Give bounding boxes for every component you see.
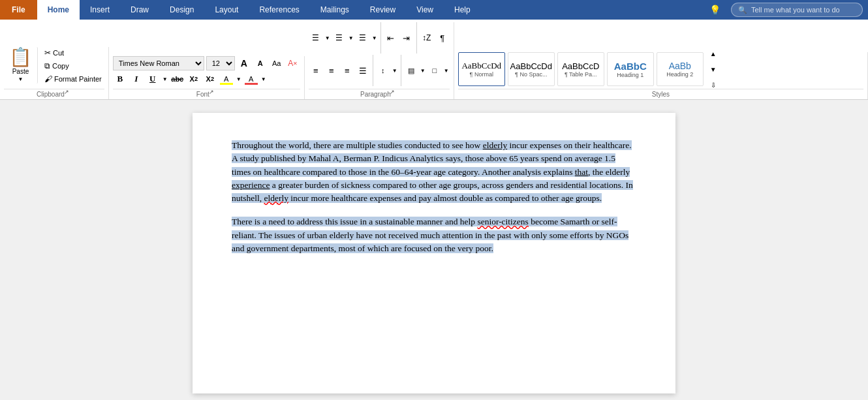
format-painter-label: Format Painter bbox=[54, 75, 102, 83]
font-group-label: Font ↗ bbox=[113, 89, 300, 99]
tab-layout[interactable]: Layout bbox=[204, 0, 249, 20]
style-normal[interactable]: AaBbCcDd ¶ Normal bbox=[458, 52, 505, 86]
clipboard-group-label: Clipboard ↗ bbox=[4, 89, 104, 99]
tab-view[interactable]: View bbox=[406, 0, 444, 20]
document-page: Throughout the world, there are multiple… bbox=[193, 113, 675, 393]
change-case-button[interactable]: Aa bbox=[270, 56, 284, 70]
tab-insert[interactable]: Insert bbox=[80, 0, 120, 20]
font-shrink-button[interactable]: A bbox=[253, 56, 268, 70]
tab-references[interactable]: References bbox=[249, 0, 309, 20]
style-normal-label: ¶ Normal bbox=[470, 71, 493, 78]
sort-button[interactable]: ↕Z bbox=[420, 31, 434, 45]
line-spacing-button[interactable]: ↕ bbox=[376, 63, 390, 78]
numbering-button[interactable]: ☰ bbox=[332, 31, 347, 45]
style-no-spacing[interactable]: AaBbCcDd ¶ No Spac... bbox=[508, 52, 555, 86]
font-group-content: Times New Roman 12 A A Aa A✕ B I U ▼ bbox=[113, 56, 300, 89]
tab-bar: File Home Insert Draw Design Layout Refe… bbox=[0, 0, 868, 20]
justify-button[interactable]: ☰ bbox=[356, 63, 370, 78]
styles-group-content: AaBbCcDd ¶ Normal AaBbCcDd ¶ No Spac... … bbox=[458, 52, 863, 89]
cut-icon: ✂ bbox=[44, 48, 51, 57]
tab-design[interactable]: Design bbox=[159, 0, 204, 20]
paste-dropdown-icon[interactable]: ▼ bbox=[18, 76, 23, 82]
paste-button[interactable]: 📋 Paste ▼ bbox=[4, 47, 38, 84]
styles-nav: ▲ ▼ ⇩ bbox=[706, 46, 721, 92]
document-area: Throughout the world, there are multiple… bbox=[0, 100, 868, 400]
clipboard-right: ✂ Cut ⧉ Copy 🖌 Format Painter bbox=[42, 47, 104, 86]
tell-me-input[interactable] bbox=[751, 6, 856, 14]
align-center-button[interactable]: ≡ bbox=[324, 63, 339, 78]
font-row2: B I U ▼ abc X2 X2 A ▼ A ▼ bbox=[113, 72, 300, 86]
tab-file[interactable]: File bbox=[0, 0, 37, 20]
style-nospacing-preview: AaBbCcDd bbox=[510, 61, 552, 71]
show-marks-button[interactable]: ¶ bbox=[435, 31, 450, 45]
superscript-button[interactable]: X2 bbox=[203, 72, 217, 86]
para-row2: ≡ ≡ ≡ ☰ ↕ ▼ ▤ ▼ □ ▼ bbox=[309, 55, 450, 86]
paragraph-expander[interactable]: ↗ bbox=[390, 89, 395, 95]
strikethrough-button[interactable]: abc bbox=[170, 72, 185, 86]
tell-me-box[interactable]: 🔍 bbox=[731, 3, 863, 17]
copy-label: Copy bbox=[52, 62, 69, 70]
format-painter-icon: 🖌 bbox=[44, 74, 52, 84]
text-highlight-button[interactable]: A bbox=[219, 72, 234, 86]
tab-help[interactable]: Help bbox=[444, 0, 481, 20]
bullets-button[interactable]: ☰ bbox=[309, 31, 323, 45]
tab-draw[interactable]: Draw bbox=[120, 0, 159, 20]
para-divider2 bbox=[416, 22, 417, 54]
para-group-content: ☰ ▼ ☰ ▼ ☰ ▼ ⇤ ⇥ ↕Z ¶ ≡ ≡ ≡ ☰ bbox=[309, 22, 450, 89]
style-nospacing-label: ¶ No Spac... bbox=[515, 71, 547, 78]
clipboard-expander[interactable]: ↗ bbox=[64, 89, 69, 95]
clear-formatting-button[interactable]: A✕ bbox=[286, 56, 300, 70]
highlight-dropdown[interactable]: ▼ bbox=[236, 72, 242, 86]
font-color-button[interactable]: A bbox=[244, 72, 258, 86]
shading-button[interactable]: ▤ bbox=[404, 63, 418, 78]
borders-dropdown[interactable]: ▼ bbox=[443, 63, 450, 78]
shading-dropdown[interactable]: ▼ bbox=[420, 63, 426, 78]
styles-up-button[interactable]: ▲ bbox=[706, 46, 721, 61]
italic-button[interactable]: I bbox=[129, 72, 144, 86]
cut-button[interactable]: ✂ Cut bbox=[42, 47, 104, 59]
subscript-button[interactable]: X2 bbox=[187, 72, 201, 86]
style-heading2[interactable]: AaBb Heading 2 bbox=[657, 52, 704, 86]
line-spacing-dropdown[interactable]: ▼ bbox=[392, 63, 398, 78]
tab-home[interactable]: Home bbox=[37, 0, 80, 20]
paragraph-group: ☰ ▼ ☰ ▼ ☰ ▼ ⇤ ⇥ ↕Z ¶ ≡ ≡ ≡ ☰ bbox=[305, 22, 454, 99]
style-table-para[interactable]: AaBbCcD ¶ Table Pa... bbox=[557, 52, 604, 86]
bold-button[interactable]: B bbox=[113, 72, 127, 86]
style-normal-preview: AaBbCcDd bbox=[461, 61, 501, 71]
word-elderly-2: elderly bbox=[264, 193, 288, 203]
format-painter-button[interactable]: 🖌 Format Painter bbox=[42, 73, 104, 85]
ribbon-container: File Home Insert Draw Design Layout Refe… bbox=[0, 0, 868, 100]
paragraph-group-label: Paragraph ↗ bbox=[309, 89, 450, 99]
document-scroll[interactable]: Throughout the world, there are multiple… bbox=[0, 100, 868, 400]
style-tablepara-label: ¶ Table Pa... bbox=[565, 71, 597, 78]
underline-dropdown[interactable]: ▼ bbox=[162, 72, 168, 86]
lightbulb-icon: 💡 bbox=[699, 0, 731, 20]
copy-button[interactable]: ⧉ Copy bbox=[42, 60, 104, 72]
clipboard-group: 📋 Paste ▼ ✂ Cut ⧉ Copy 🖌 bbox=[0, 47, 109, 99]
font-expander[interactable]: ↗ bbox=[209, 89, 214, 95]
decrease-indent-button[interactable]: ⇤ bbox=[384, 31, 398, 45]
styles-down-button[interactable]: ▼ bbox=[706, 62, 721, 76]
paste-icon: 📋 bbox=[9, 48, 32, 67]
multilevel-button[interactable]: ☰ bbox=[356, 31, 370, 45]
font-grow-button[interactable]: A bbox=[237, 56, 251, 70]
font-size-select[interactable]: 12 bbox=[206, 56, 235, 70]
tab-review[interactable]: Review bbox=[360, 0, 406, 20]
underline-button[interactable]: U bbox=[146, 72, 160, 86]
numbering-dropdown[interactable]: ▼ bbox=[348, 31, 354, 45]
style-h2-label: Heading 2 bbox=[666, 71, 693, 78]
font-family-select[interactable]: Times New Roman bbox=[113, 56, 204, 70]
cut-label: Cut bbox=[53, 49, 64, 57]
font-color-dropdown[interactable]: ▼ bbox=[260, 72, 267, 86]
align-right-button[interactable]: ≡ bbox=[340, 63, 354, 78]
para-row1: ☰ ▼ ☰ ▼ ☰ ▼ ⇤ ⇥ ↕Z ¶ bbox=[309, 22, 450, 54]
increase-indent-button[interactable]: ⇥ bbox=[399, 31, 414, 45]
para-divider3 bbox=[373, 55, 373, 86]
style-heading1[interactable]: AaBbC Heading 1 bbox=[607, 52, 654, 86]
align-left-button[interactable]: ≡ bbox=[309, 63, 323, 78]
tab-mailings[interactable]: Mailings bbox=[310, 0, 360, 20]
paragraph-1: Throughout the world, there are multiple… bbox=[232, 139, 636, 205]
borders-button[interactable]: □ bbox=[427, 63, 442, 78]
multilevel-dropdown[interactable]: ▼ bbox=[371, 31, 378, 45]
bullets-dropdown[interactable]: ▼ bbox=[324, 31, 331, 45]
